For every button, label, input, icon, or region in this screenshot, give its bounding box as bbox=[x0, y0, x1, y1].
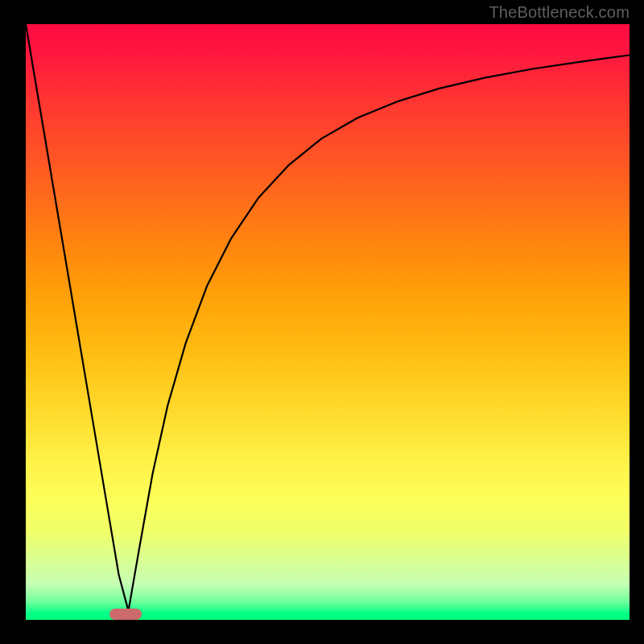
curve-layer bbox=[26, 24, 630, 620]
bottleneck-curve bbox=[26, 24, 630, 611]
watermark-text: TheBottleneck.com bbox=[489, 3, 630, 22]
minimum-marker bbox=[109, 609, 142, 620]
chart-frame: TheBottleneck.com bbox=[0, 0, 644, 644]
plot-area bbox=[26, 24, 630, 620]
